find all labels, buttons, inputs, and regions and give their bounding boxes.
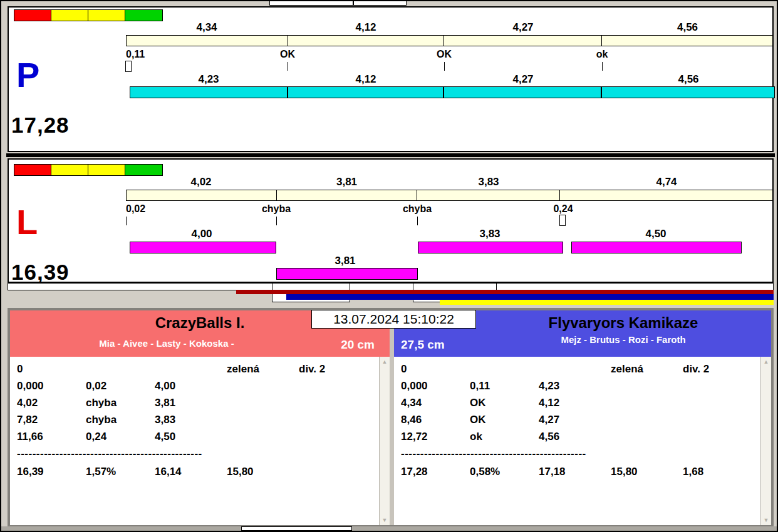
result-cell: 4,56 bbox=[539, 431, 559, 443]
run-label: 4,56 bbox=[602, 73, 775, 86]
total-cell: 17,28 bbox=[401, 466, 428, 478]
result-cell: 0,000 bbox=[401, 380, 428, 392]
split-label: 4,56 bbox=[602, 21, 773, 34]
total-cell: 1,68 bbox=[683, 466, 703, 478]
result-row: 0,000 0,02 4,00 bbox=[10, 380, 390, 397]
scroll-down-icon[interactable]: ▼ bbox=[761, 515, 771, 525]
mark-label: chyba bbox=[254, 203, 298, 215]
totals-row: 17,28 0,58% 17,18 15,80 1,68 bbox=[394, 466, 771, 483]
result-cell: OK bbox=[470, 397, 486, 409]
totals-row: 16,39 1,57% 16,14 15,80 bbox=[10, 466, 390, 483]
result-cell: 4,27 bbox=[539, 414, 559, 426]
mark-label: OK bbox=[266, 49, 309, 60]
light-red bbox=[14, 165, 51, 175]
result-cell: 4,50 bbox=[155, 431, 175, 443]
result-row: 4,34 OK 4,12 bbox=[394, 397, 771, 414]
split-segment bbox=[277, 190, 418, 200]
result-cell: 0 bbox=[401, 363, 407, 376]
result-cell: 11,66 bbox=[17, 431, 43, 443]
result-cell: 7,82 bbox=[17, 414, 38, 426]
result-row: 4,02 chyba 3,81 bbox=[10, 397, 390, 414]
total-cell: 16,39 bbox=[17, 466, 44, 478]
start-marker-box bbox=[125, 61, 132, 72]
tick-mark bbox=[126, 217, 127, 225]
result-row: 7,82 chyba 3,83 bbox=[10, 414, 390, 431]
split-segment bbox=[444, 36, 602, 46]
run-segment bbox=[444, 87, 602, 98]
result-row: 0,000 0,11 4,23 bbox=[394, 380, 771, 397]
split-label: 4,02 bbox=[126, 176, 276, 188]
jump-height: 20 cm bbox=[341, 338, 375, 352]
run-label: 4,12 bbox=[288, 73, 444, 86]
lane-total: 17,28 bbox=[11, 113, 70, 138]
split-label: 4,34 bbox=[126, 21, 288, 34]
result-cell: 4,02 bbox=[17, 397, 38, 409]
separator-row: ----------------------------------------… bbox=[401, 448, 586, 460]
total-cell: 1,57% bbox=[86, 466, 116, 478]
result-row: 8,46 OK 4,27 bbox=[394, 414, 771, 431]
lane-p-panel: 4,34 4,12 4,27 4,56 0,11 OK OK ok 4,23 4… bbox=[8, 6, 774, 152]
mark-label: OK bbox=[422, 49, 466, 60]
mark-label: ok bbox=[580, 49, 624, 60]
run-bar-segment bbox=[571, 242, 742, 253]
split-label: 3,81 bbox=[276, 176, 417, 188]
tick-mark bbox=[276, 217, 277, 225]
run-labels-row: 4,23 4,12 4,27 4,56 bbox=[130, 73, 775, 86]
team-dogs: Mejz - Brutus - Rozi - Faroth bbox=[475, 334, 771, 345]
split-label: 3,83 bbox=[417, 176, 560, 188]
light-green bbox=[125, 165, 162, 175]
split-bar bbox=[126, 190, 773, 201]
split-segment bbox=[560, 190, 772, 200]
separator-row: ----------------------------------------… bbox=[17, 448, 202, 460]
team-left-panel: CrazyBalls I. Mia - Aivee - Lasty - Koko… bbox=[10, 310, 390, 525]
mark-label: 0,02 bbox=[126, 203, 145, 215]
scrollbar[interactable]: ▲ ▼ bbox=[760, 357, 771, 525]
window-artifact bbox=[269, 1, 353, 6]
result-row: 11,66 0,24 4,50 bbox=[10, 431, 390, 448]
progress-bar-navy bbox=[286, 294, 774, 300]
progress-bar-yellow bbox=[440, 300, 774, 305]
split-segment bbox=[417, 190, 560, 200]
tick-mark bbox=[602, 62, 603, 71]
lane-divider bbox=[6, 153, 775, 157]
app-window: 4,34 4,12 4,27 4,56 0,11 OK OK ok 4,23 4… bbox=[0, 0, 778, 532]
lane-total: 16,39 bbox=[11, 260, 70, 285]
result-cell: 0,02 bbox=[86, 380, 106, 392]
run-label: 3,83 bbox=[470, 228, 510, 240]
scrollbar[interactable]: ▲ ▼ bbox=[379, 357, 390, 525]
result-cell: chyba bbox=[86, 397, 117, 409]
tick-mark bbox=[417, 217, 418, 225]
mark-label: chyba bbox=[395, 203, 439, 215]
run-label: 3,81 bbox=[325, 255, 365, 267]
timestamp: 13.07.2024 15:10:22 bbox=[311, 310, 476, 329]
result-cell: OK bbox=[470, 414, 486, 426]
scroll-up-icon[interactable]: ▲ bbox=[761, 357, 771, 367]
light-yellow-2 bbox=[88, 165, 125, 175]
run-bar-segment bbox=[418, 242, 563, 253]
result-cell: zelená bbox=[611, 363, 643, 376]
total-cell: 15,80 bbox=[227, 466, 254, 478]
result-cell: 3,83 bbox=[155, 414, 175, 426]
result-cell: 4,12 bbox=[539, 397, 559, 409]
total-cell: 17,18 bbox=[539, 466, 566, 478]
scroll-down-icon[interactable]: ▼ bbox=[380, 515, 390, 525]
scroll-up-icon[interactable]: ▲ bbox=[380, 357, 390, 367]
split-segment bbox=[127, 190, 277, 200]
total-cell: 0,58% bbox=[470, 466, 500, 478]
jump-height: 27,5 cm bbox=[401, 338, 445, 352]
progress-bar-maroon bbox=[236, 290, 774, 294]
run-bar-segment bbox=[276, 268, 418, 280]
result-cell: 0,24 bbox=[86, 431, 106, 443]
result-cell: 0 bbox=[17, 363, 23, 376]
total-cell: 16,14 bbox=[155, 466, 182, 478]
result-cell: 8,46 bbox=[401, 414, 422, 426]
result-cell: 0,000 bbox=[17, 380, 44, 392]
lane-letter: L bbox=[16, 205, 38, 240]
run-label: 4,00 bbox=[182, 228, 222, 240]
split-bar bbox=[126, 35, 773, 46]
run-label: 4,23 bbox=[130, 73, 288, 86]
result-cell: div. 2 bbox=[299, 363, 325, 376]
split-label: 4,12 bbox=[288, 21, 444, 34]
start-marker-box bbox=[559, 215, 566, 226]
window-artifact bbox=[353, 1, 407, 6]
